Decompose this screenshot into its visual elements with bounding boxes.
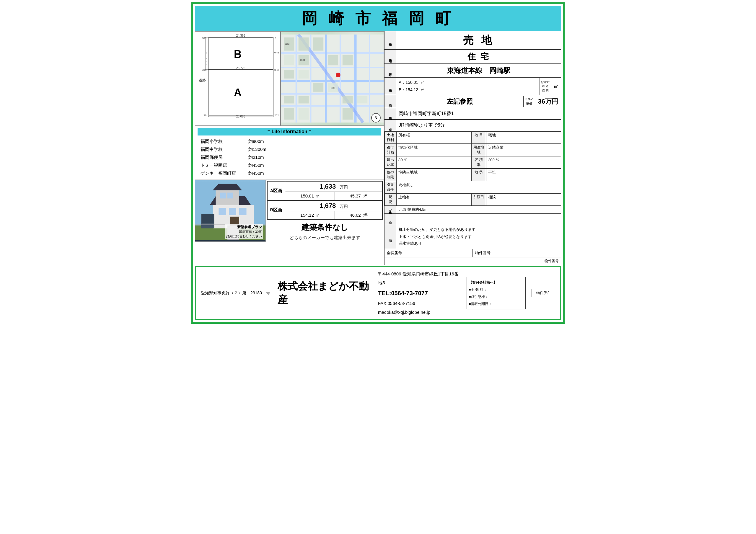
no-condition-sub: どちらのメーカーでも建築出来ます: [267, 235, 383, 241]
land-area-a: A：150.01 ㎡: [399, 79, 537, 86]
top-section: 道路 B A 24.368 23.725 23: [195, 31, 384, 126]
status-grid: 現 況 上物有 引渡日 相談: [385, 193, 561, 206]
svg-rect-42: [313, 83, 323, 92]
svg-rect-34: [299, 38, 309, 51]
property-type-row: 物件種目 売 地: [385, 31, 561, 50]
svg-rect-37: [284, 55, 294, 65]
b-label: B区画: [267, 200, 285, 220]
numbers-row: 会員番号 物件番号: [385, 249, 561, 257]
price-unit1: 3.3㎡: [526, 97, 533, 101]
svg-text:0.310: 0.310: [274, 68, 279, 71]
compass: N: [371, 113, 381, 122]
status-date-value: 相談: [486, 193, 561, 206]
station-value: 東海道本線 岡崎駅: [396, 64, 561, 77]
prop-type-value: 売 地: [396, 31, 561, 49]
svg-rect-27: [310, 35, 311, 122]
svg-text:0: 0: [206, 63, 208, 66]
svg-text:3: 3: [275, 37, 276, 40]
land-area-label: 土地面積: [385, 78, 396, 95]
map-area: 福岡 福岡町 福岡 N: [281, 31, 384, 126]
svg-text:福岡町: 福岡町: [300, 59, 306, 61]
svg-rect-46: [342, 96, 353, 104]
address-label: 所在地: [385, 108, 396, 119]
member-no-label: 会員番号: [385, 249, 473, 257]
topography-label: 地 勢: [471, 169, 486, 181]
life-info-header: = Life Information =: [198, 128, 381, 136]
a-price: 1,633: [319, 183, 336, 190]
house-photo: 新築参考プラン 延床面積：30坪 詳細は問合わせください: [195, 180, 266, 242]
svg-rect-28: [325, 35, 327, 122]
station-row: 最寄駅 東海道本線 岡崎駅: [385, 64, 561, 78]
footer: 愛知県知事免許（２）第 23180 号 株式会社まどか不動産 〒444-0806…: [195, 266, 561, 320]
svg-text:0.436: 0.436: [274, 51, 279, 54]
a-unit: 万円: [339, 185, 348, 190]
svg-rect-39: [342, 55, 353, 65]
transport-value: JR岡崎駅より車で6分: [396, 120, 561, 131]
left-panel: 道路 B A 24.368 23.725 23: [195, 31, 384, 265]
svg-text:308: 308: [202, 68, 206, 71]
land-area-note2: 私 道: [541, 84, 550, 88]
contact-value: 北西 幅員約4.5m: [396, 206, 561, 213]
footer-license: 愛知県知事免許（２）第 23180 号: [201, 290, 272, 296]
address-row: 所在地 岡崎市福岡町字新町15番1: [385, 108, 561, 120]
client-deal: ■取引態様：: [469, 293, 524, 300]
footer-email: madoka@xqj.biglobe.ne.jp: [378, 310, 430, 315]
map-placeholder: 福岡 福岡町 福岡 N: [281, 32, 384, 125]
life-info-row: 福岡中学校 約1300m: [198, 146, 381, 153]
land-area-extra: ほかに 私 道 面 積: [540, 78, 551, 95]
prop-type-label: 物件種目: [385, 31, 396, 49]
life-info-name: 福岡小学校: [198, 138, 245, 145]
life-info-section: = Life Information = 福岡小学校 約900m 福岡中学校 約…: [195, 126, 384, 180]
land-diagram: 道路 B A 24.368 23.725 23: [195, 31, 281, 126]
a-area: 150.01 ㎡: [285, 192, 335, 200]
equipment-value: [396, 214, 561, 224]
svg-rect-64: [220, 193, 226, 199]
b-tsubo: 46.62 坪: [335, 211, 382, 220]
price-man-value: 36万円: [535, 95, 561, 108]
footer-address: 〒444-0806 愛知県岡崎市緑丘1丁目16番地5 TEL:0564-73-7…: [378, 270, 461, 317]
price-label: 価格: [385, 95, 396, 108]
use-value: 住 宅: [396, 50, 561, 64]
remarks-label: 備 考: [385, 224, 396, 249]
life-info-distance: 約450m: [246, 162, 381, 169]
footer-property-location: 物件所在: [531, 289, 555, 297]
price-table-section: A区画 1,633 万円 150.01 ㎡: [266, 180, 384, 242]
b-unit: 万円: [339, 204, 348, 209]
outer-border: 岡 崎 市 福 岡 町 道路 B A: [191, 2, 565, 324]
land-area-note1: ほかに: [541, 80, 550, 84]
topography-value: 平坦: [486, 169, 561, 181]
house-plan-title: 新築参考プラン: [226, 225, 262, 230]
svg-rect-61: [219, 208, 226, 215]
svg-rect-65: [228, 193, 233, 199]
svg-rect-62: [229, 208, 236, 215]
svg-text:4: 4: [206, 57, 208, 60]
life-info-name: 福岡中学校: [198, 146, 245, 153]
price-unit-box: 3.3㎡ 単価: [523, 96, 535, 107]
a-tsubo: 45.37 坪: [335, 192, 382, 200]
life-info-row: ゲンキー福岡町店 約450m: [198, 170, 381, 177]
land-target-value: 宅地: [486, 131, 561, 144]
svg-text:0: 0: [206, 51, 208, 54]
main-content: 道路 B A 24.368 23.725 23: [195, 31, 561, 265]
remarks-line3: 浸水実績あり: [399, 240, 559, 247]
use-area-value: 近隣商業: [486, 144, 561, 156]
life-info-name: ゲンキー福岡町店: [198, 170, 245, 177]
svg-rect-44: [284, 96, 294, 104]
price-row-a: A区画 1,633 万円: [267, 181, 382, 192]
footer-tel: TEL:0564-73-7077: [378, 287, 461, 299]
road-label: 道路: [199, 78, 206, 82]
price-table: A区画 1,633 万円 150.01 ㎡: [267, 181, 383, 220]
status-value: 上物有: [396, 193, 471, 206]
svg-text:福岡: 福岡: [331, 87, 335, 89]
equipment-row: 設 備: [385, 214, 561, 224]
life-info-distance: 約900m: [246, 138, 381, 145]
license-text: 愛知県知事免許（２）第 23180 号: [201, 290, 272, 296]
land-area-row: 土地面積 A：150.01 ㎡ B：154.12 ㎡: [385, 78, 561, 95]
svg-rect-45: [299, 96, 309, 104]
svg-rect-48: [284, 108, 294, 120]
page-title: 岡 崎 市 福 岡 町: [195, 6, 561, 31]
no-condition: 建築条件なし: [267, 220, 383, 235]
city-plan-value: 市街化区域: [396, 144, 471, 156]
floor-area-label: 容 積 率: [471, 156, 486, 169]
footer-client: 【客付会社様へ】 ■手 数 料： ■取引態様： ■情報公開日：: [467, 277, 526, 309]
